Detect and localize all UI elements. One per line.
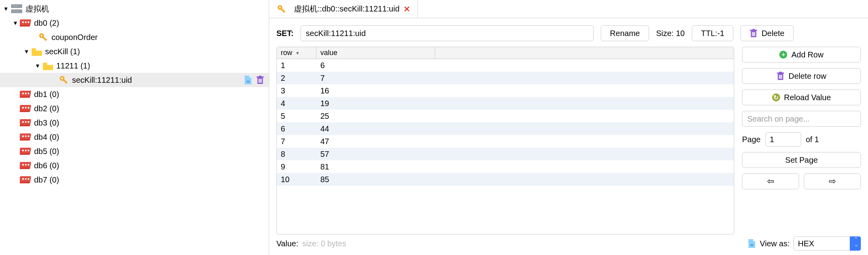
tree-db3-row[interactable]: ▼ db3 (0) [0, 116, 269, 130]
tree-folder-seckill[interactable]: ▼ secKill (1) [0, 44, 269, 59]
size-label: Size: 10 [656, 29, 685, 38]
table-body[interactable]: 16273164195256447478579811085 [277, 59, 734, 234]
next-page-button[interactable]: ⇨ [804, 173, 861, 189]
tab-title: 虚拟机::db0::secKill:11211:uid [294, 4, 400, 14]
tree-label: db2 (0) [34, 104, 264, 113]
cell-row: 5 [277, 112, 316, 121]
rename-button[interactable]: Rename [601, 25, 649, 41]
tree-db7-row[interactable]: ▼ db7 (0) [0, 173, 269, 187]
ttl-button[interactable]: TTL:-1 [692, 25, 733, 41]
column-value[interactable]: value [316, 47, 435, 59]
tree-label: couponOrder [51, 33, 264, 42]
cell-row: 4 [277, 99, 316, 108]
tree-label: db6 (0) [34, 161, 264, 170]
tree-db4-row[interactable]: ▼ db4 (0) [0, 130, 269, 144]
add-row-button[interactable]: + Add Row [742, 47, 861, 63]
database-icon [20, 19, 32, 27]
table-row[interactable]: 419 [277, 97, 734, 110]
database-icon [20, 147, 32, 156]
database-icon [20, 90, 32, 99]
server-icon [10, 4, 23, 14]
tree-label: db5 (0) [34, 147, 264, 156]
key-icon [38, 32, 49, 42]
trash-icon [777, 71, 784, 81]
page-input[interactable] [765, 132, 801, 147]
trash-icon [750, 29, 758, 38]
tree-key-couponorder[interactable]: ▼ couponOrder [0, 30, 269, 44]
reload-button[interactable]: ↻ Reload Value [742, 89, 861, 105]
value-label: Value: [276, 239, 298, 248]
set-page-button[interactable]: Set Page [742, 152, 861, 168]
tree-server-row[interactable]: ▼ 虚拟机 [0, 2, 269, 16]
viewas-select[interactable]: HEX [794, 236, 861, 251]
tree-label: db3 (0) [34, 118, 264, 128]
tree-label: db7 (0) [34, 175, 264, 185]
tree-label: db4 (0) [34, 133, 264, 142]
database-icon [20, 133, 32, 141]
trash-icon[interactable] [256, 75, 264, 85]
value-size-hint: size: 0 bytes [302, 239, 346, 248]
tree-label: secKill:11211:uid [72, 76, 244, 85]
tabstrip: 虚拟机::db0::secKill:11211:uid ✕ [269, 0, 868, 18]
cell-row: 7 [277, 137, 316, 146]
tree-folder-11211[interactable]: ▼ 11211 (1) [0, 59, 269, 73]
close-icon[interactable]: ✕ [404, 4, 410, 14]
cell-row: 6 [277, 124, 316, 133]
tree-db2-row[interactable]: ▼ db2 (0) [0, 101, 269, 116]
tab-key[interactable]: 虚拟机::db0::secKill:11211:uid ✕ [269, 0, 418, 18]
tree-db5-row[interactable]: ▼ db5 (0) [0, 144, 269, 158]
cell-value: 57 [316, 150, 734, 159]
footer: Value: size: 0 bytes View as: HEX [269, 234, 868, 255]
cell-row: 9 [277, 162, 316, 171]
tree-selected-key[interactable]: ▼ secKill:11211:uid [0, 73, 269, 87]
disclosure-icon[interactable]: ▼ [34, 63, 41, 69]
column-row[interactable]: row ▼ [277, 47, 316, 59]
cell-value: 44 [316, 124, 734, 133]
tree-db6-row[interactable]: ▼ db6 (0) [0, 158, 269, 173]
cell-value: 7 [316, 74, 734, 83]
table-row[interactable]: 525 [277, 110, 734, 122]
key-icon [276, 4, 287, 14]
page-icon[interactable] [244, 75, 252, 85]
tree-db0-row[interactable]: ▼ db0 (2) [0, 16, 269, 30]
table-row[interactable]: 16 [277, 59, 734, 72]
table-row[interactable]: 27 [277, 72, 734, 84]
disclosure-icon[interactable]: ▼ [12, 20, 19, 26]
table-row[interactable]: 981 [277, 160, 734, 173]
tree-label: 虚拟机 [25, 4, 264, 14]
tree-label: 11211 (1) [56, 61, 264, 70]
column-row-label: row [281, 49, 292, 57]
table-row[interactable]: 857 [277, 148, 734, 160]
key-name-input[interactable] [301, 25, 594, 41]
reload-label: Reload Value [784, 93, 831, 102]
folder-icon [42, 61, 54, 70]
reload-icon: ↻ [772, 93, 780, 101]
search-input[interactable] [742, 111, 861, 127]
table-row[interactable]: 747 [277, 135, 734, 148]
viewas-label: View as: [760, 239, 790, 248]
tree-label: secKill (1) [45, 47, 264, 56]
tree-label: db1 (0) [34, 90, 264, 99]
value-table: row ▼ value 1627316419525644747857981108… [276, 47, 734, 234]
table-row[interactable]: 316 [277, 84, 734, 97]
cell-row: 10 [277, 175, 316, 184]
tree-db1-row[interactable]: ▼ db1 (0) [0, 87, 269, 101]
table-row[interactable]: 644 [277, 122, 734, 135]
prev-page-button[interactable]: ⇦ [742, 173, 799, 189]
cell-row: 1 [277, 61, 316, 70]
delete-row-label: Delete row [788, 72, 826, 81]
database-icon [20, 104, 32, 113]
database-icon [20, 118, 32, 127]
delete-row-button[interactable]: Delete row [742, 68, 861, 84]
page-of-label: of 1 [806, 135, 819, 144]
delete-button-label: Delete [761, 29, 784, 38]
disclosure-icon[interactable]: ▼ [23, 48, 30, 55]
table-row[interactable]: 1085 [277, 173, 734, 186]
cell-value: 47 [316, 137, 734, 146]
delete-button[interactable]: Delete [740, 25, 794, 41]
cell-value: 6 [316, 61, 734, 70]
add-row-label: Add Row [791, 50, 823, 59]
key-header: SET: Rename Size: 10 TTL:-1 Delete [269, 18, 868, 47]
disclosure-icon[interactable]: ▼ [2, 6, 10, 12]
cell-value: 81 [316, 162, 734, 171]
